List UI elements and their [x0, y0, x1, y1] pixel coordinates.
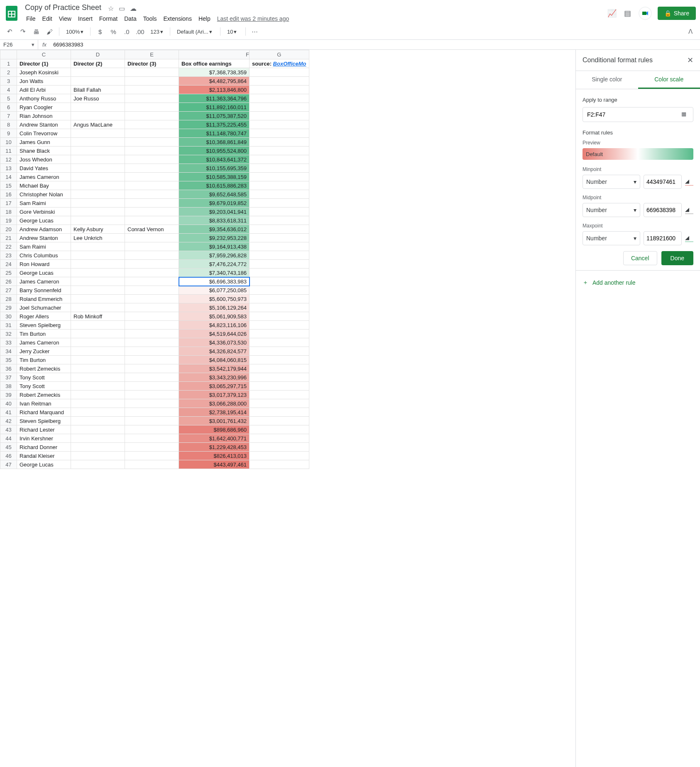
cell-g31[interactable]	[250, 321, 309, 330]
cell-c47[interactable]: George Lucas	[17, 460, 71, 469]
row-header-25[interactable]: 25	[0, 269, 17, 277]
cell-c40[interactable]: Ivan Reitman	[17, 399, 71, 408]
cell-c10[interactable]: James Gunn	[17, 138, 71, 147]
cell-d2[interactable]	[71, 68, 125, 77]
col-header-d[interactable]: D	[71, 50, 125, 59]
cell-f11[interactable]: $10,955,524,800	[179, 147, 250, 155]
increase-decimal-button[interactable]: .00	[135, 26, 145, 37]
row-header-24[interactable]: 24	[0, 260, 17, 269]
cell-g11[interactable]	[250, 147, 309, 155]
spreadsheet-grid[interactable]: CDEFG1 Director (1) Director (2) Directo…	[0, 50, 575, 767]
cell-d30[interactable]: Rob Minkoff	[71, 312, 125, 321]
cell-d43[interactable]	[71, 425, 125, 434]
cell-d11[interactable]	[71, 147, 125, 155]
cell-e17[interactable]	[125, 199, 179, 208]
cell-c41[interactable]: Richard Marquand	[17, 408, 71, 417]
cell-f35[interactable]: $4,084,060,815	[179, 356, 250, 364]
cell-f42[interactable]: $3,001,761,432	[179, 417, 250, 425]
cell-c46[interactable]: Randal Kleiser	[17, 452, 71, 460]
col-header-c[interactable]: C	[17, 50, 71, 59]
comment-icon[interactable]: ▤	[623, 8, 633, 18]
row-header-45[interactable]: 45	[0, 443, 17, 452]
decrease-decimal-button[interactable]: .0	[121, 26, 132, 37]
cell-e21[interactable]	[125, 234, 179, 242]
cell-g18[interactable]	[250, 208, 309, 216]
cell-g2[interactable]	[250, 68, 309, 77]
cell-f21[interactable]: $9,232,953,228	[179, 234, 250, 242]
row-header-43[interactable]: 43	[0, 425, 17, 434]
cell-c21[interactable]: Andrew Stanton	[17, 234, 71, 242]
row-header-10[interactable]: 10	[0, 138, 17, 147]
cell-d31[interactable]	[71, 321, 125, 330]
cell-e26[interactable]	[125, 277, 179, 286]
cell-c3[interactable]: Jon Watts	[17, 77, 71, 85]
cell-e30[interactable]	[125, 312, 179, 321]
cancel-button[interactable]: Cancel	[623, 251, 657, 265]
row-header-8[interactable]: 8	[0, 120, 17, 129]
cell-g45[interactable]	[250, 443, 309, 452]
cell-d22[interactable]	[71, 242, 125, 251]
cell-f47[interactable]: $443,497,461	[179, 460, 250, 469]
cell-f23[interactable]: $7,959,296,828	[179, 251, 250, 260]
cell-c42[interactable]: Steven Spielberg	[17, 417, 71, 425]
cell-f25[interactable]: $7,340,743,186	[179, 269, 250, 277]
cell-g15[interactable]	[250, 181, 309, 190]
cell-d28[interactable]	[71, 295, 125, 303]
row-header-23[interactable]: 23	[0, 251, 17, 260]
cell-f30[interactable]: $5,061,909,583	[179, 312, 250, 321]
cell-d25[interactable]	[71, 269, 125, 277]
cell-c27[interactable]: Barry Sonnenfeld	[17, 286, 71, 295]
cell-f16[interactable]: $9,652,648,585	[179, 190, 250, 199]
cell-e38[interactable]	[125, 382, 179, 391]
cell-d32[interactable]	[71, 330, 125, 338]
cell-d18[interactable]	[71, 208, 125, 216]
cell-g5[interactable]	[250, 94, 309, 103]
cell-c22[interactable]: Sam Raimi	[17, 242, 71, 251]
move-icon[interactable]: ▭	[119, 5, 125, 12]
cell-f26[interactable]: $6,696,383,983	[179, 277, 250, 286]
row-header-5[interactable]: 5	[0, 94, 17, 103]
cell-e3[interactable]	[125, 77, 179, 85]
print-button[interactable]: 🖶	[31, 26, 42, 37]
cell-e22[interactable]	[125, 242, 179, 251]
row-header-16[interactable]: 16	[0, 190, 17, 199]
maxpoint-color-button[interactable]: ◢	[685, 234, 693, 242]
cell-g38[interactable]	[250, 382, 309, 391]
more-tools-button[interactable]: ⋯	[250, 26, 261, 37]
cell-e43[interactable]	[125, 425, 179, 434]
cell-d20[interactable]: Kelly Asbury	[71, 225, 125, 234]
cell-d26[interactable]	[71, 277, 125, 286]
cell-d29[interactable]	[71, 303, 125, 312]
row-header-30[interactable]: 30	[0, 312, 17, 321]
number-format-dropdown[interactable]: 123 ▾	[148, 27, 166, 36]
header-director-2[interactable]: Director (2)	[71, 59, 125, 68]
cell-d3[interactable]	[71, 77, 125, 85]
midpoint-color-button[interactable]: ◢	[685, 206, 693, 214]
cell-c4[interactable]: Adil El Arbi	[17, 85, 71, 94]
cell-g8[interactable]	[250, 120, 309, 129]
cell-c25[interactable]: George Lucas	[17, 269, 71, 277]
cell-e42[interactable]	[125, 417, 179, 425]
row-header-18[interactable]: 18	[0, 208, 17, 216]
cell-g23[interactable]	[250, 251, 309, 260]
cell-d38[interactable]	[71, 382, 125, 391]
zoom-dropdown[interactable]: 100% ▾	[64, 27, 86, 36]
cell-e45[interactable]	[125, 443, 179, 452]
cell-f5[interactable]: $11,363,364,796	[179, 94, 250, 103]
row-header-14[interactable]: 14	[0, 173, 17, 181]
cell-c35[interactable]: Tim Burton	[17, 356, 71, 364]
cell-d19[interactable]	[71, 216, 125, 225]
row-header-21[interactable]: 21	[0, 234, 17, 242]
cell-e23[interactable]	[125, 251, 179, 260]
row-header-39[interactable]: 39	[0, 391, 17, 399]
cell-d46[interactable]	[71, 452, 125, 460]
cell-f12[interactable]: $10,843,641,372	[179, 155, 250, 164]
minpoint-value-input[interactable]	[644, 175, 682, 189]
cell-g26[interactable]	[250, 277, 309, 286]
cell-d45[interactable]	[71, 443, 125, 452]
cell-d17[interactable]	[71, 199, 125, 208]
row-header-20[interactable]: 20	[0, 225, 17, 234]
cell-d33[interactable]	[71, 338, 125, 347]
cell-g39[interactable]	[250, 391, 309, 399]
cell-g32[interactable]	[250, 330, 309, 338]
